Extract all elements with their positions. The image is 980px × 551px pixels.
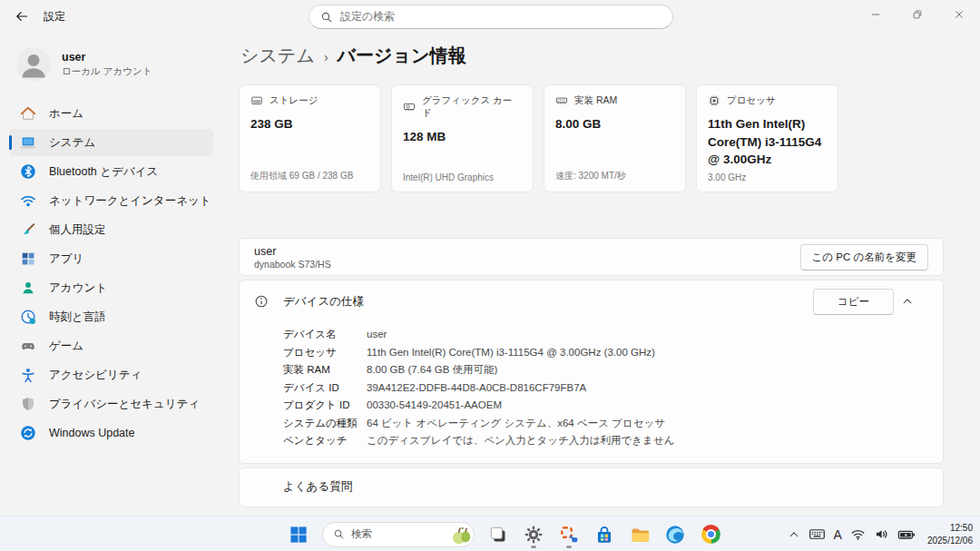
card-label: 実装 RAM [574, 94, 617, 107]
sidebar: user ローカル アカウント ホームシステムBluetooth とデバイスネッ… [0, 33, 222, 516]
spec-label: システムの種類 [283, 415, 367, 433]
account-type: ローカル アカウント [62, 65, 152, 78]
sidebar-item-personalization[interactable]: 個人用設定 [9, 216, 213, 243]
restore-button[interactable] [897, 0, 938, 29]
spec-value: 64 ビット オペレーティング システム、x64 ベース プロセッサ [367, 415, 665, 433]
spec-row: プロダクト ID00330-54149-20451-AAOEM [283, 397, 928, 415]
taskbar-edge-button[interactable] [660, 520, 691, 549]
windows-update-icon [20, 425, 36, 441]
sidebar-item-time-language[interactable]: 時刻と言語 [9, 303, 213, 330]
settings-search-input[interactable]: 設定の検索 [309, 5, 673, 29]
sidebar-item-system[interactable]: システム [9, 129, 213, 156]
sidebar-item-home[interactable]: ホーム [9, 100, 213, 127]
sidebar-item-label: Windows Update [49, 427, 135, 439]
taskbar-dev-tool-button[interactable] [554, 520, 584, 549]
sidebar-item-apps[interactable]: アプリ [9, 245, 213, 272]
card-label: グラフィックス カード [422, 94, 522, 120]
spec-row: 実装 RAM8.00 GB (7.64 GB 使用可能) [283, 361, 928, 379]
windows-start-icon [289, 525, 309, 545]
spec-row: デバイス名user [283, 326, 928, 344]
card-footer: 3.00 GHz [708, 172, 827, 182]
file-explorer-icon [630, 525, 650, 545]
running-indicator [531, 546, 536, 548]
network-icon [20, 192, 36, 209]
sidebar-item-windows-update[interactable]: Windows Update [9, 419, 213, 447]
device-spec-title: デバイスの仕様 [283, 294, 364, 310]
sidebar-item-label: ゲーム [49, 339, 83, 354]
card-value: 8.00 GB [555, 115, 674, 133]
device-spec-header[interactable]: デバイスの仕様 コピー [240, 280, 943, 322]
spec-value: 39A412E2-DDFB-44D8-A0CB-D816CF79FB7A [367, 379, 586, 398]
device-name: user [254, 245, 331, 258]
taskbar-task-view-button[interactable] [483, 520, 514, 549]
minimize-button[interactable] [855, 0, 897, 29]
sidebar-item-bluetooth[interactable]: Bluetooth とデバイス [9, 158, 213, 185]
taskbar-file-explorer-button[interactable] [624, 520, 655, 549]
copy-button[interactable]: コピー [813, 289, 894, 315]
spec-label: プロセッサ [283, 344, 367, 362]
sidebar-item-accessibility[interactable]: アクセシビリティ [9, 361, 213, 389]
spec-label: 実装 RAM [283, 361, 367, 379]
summary-card-storage: ストレージ238 GB使用領域 69 GB / 238 GB [239, 84, 381, 192]
taskbar-search-input[interactable]: 検索 [322, 522, 475, 547]
spec-row: システムの種類64 ビット オペレーティング システム、x64 ベース プロセッ… [283, 415, 928, 433]
bluetooth-icon [20, 163, 36, 180]
time-language-icon [20, 309, 36, 325]
taskbar-microsoft-store-button[interactable] [589, 520, 620, 549]
sidebar-item-label: アプリ [49, 251, 83, 267]
taskbar-clock[interactable]: 12:50 2025/12/06 [927, 522, 973, 546]
main-content: システム › バージョン情報 ストレージ238 GB使用領域 69 GB / 2… [222, 33, 980, 516]
spec-row: デバイス ID39A412E2-DDFB-44D8-A0CB-D816CF79F… [283, 379, 928, 398]
spec-row: ペンとタッチこのディスプレイでは、ペン入力とタッチ入力は利用できません [283, 432, 928, 450]
home-icon [20, 105, 36, 122]
breadcrumb-parent[interactable]: システム [240, 44, 315, 68]
sidebar-item-label: ネットワークとインターネット [49, 193, 211, 209]
back-button[interactable] [7, 4, 36, 29]
titlebar: 設定 設定の検索 [0, 0, 980, 33]
card-value: 238 GB [250, 115, 369, 133]
spec-label: プロダクト ID [283, 397, 367, 415]
search-highlight-image[interactable] [450, 524, 471, 545]
close-button[interactable] [938, 0, 980, 29]
window-controls [855, 0, 980, 33]
breadcrumb-separator-icon: › [324, 50, 328, 64]
dev-tool-icon [559, 525, 579, 545]
start-button[interactable] [283, 520, 314, 549]
sidebar-item-network[interactable]: ネットワークとインターネット [9, 187, 213, 214]
search-icon [333, 528, 345, 540]
card-value: 11th Gen Intel(R) Core(TM) i3-1115G4 @ 3… [708, 115, 827, 169]
sidebar-nav: ホームシステムBluetooth とデバイスネットワークとインターネット個人用設… [0, 100, 222, 447]
ram-icon [555, 94, 568, 107]
card-footer: 速度: 3200 MT/秒 [555, 170, 674, 182]
sidebar-item-privacy[interactable]: プライバシーとセキュリティ [9, 390, 213, 418]
faq-title: よくある質問 [283, 479, 352, 495]
settings-gear-icon [524, 525, 544, 545]
volume-icon[interactable] [874, 526, 889, 542]
summary-card-processor: プロセッサ11th Gen Intel(R) Core(TM) i3-1115G… [696, 84, 838, 192]
sidebar-item-accounts[interactable]: アカウント [9, 274, 213, 301]
spec-value: このディスプレイでは、ペン入力とタッチ入力は利用できません [367, 432, 674, 450]
restore-icon [911, 8, 924, 21]
battery-icon[interactable] [897, 526, 916, 544]
taskbar-settings-gear-button[interactable] [518, 520, 549, 549]
tray-chevron-up-icon[interactable] [788, 528, 800, 541]
account-block[interactable]: user ローカル アカウント [0, 38, 222, 85]
faq-panel[interactable]: よくある質問 [239, 467, 944, 507]
edge-icon [665, 525, 685, 545]
device-spec-panel: デバイスの仕様 コピー デバイス名userプロセッサ11th Gen Intel… [239, 280, 944, 464]
sidebar-item-label: 個人用設定 [49, 222, 106, 238]
rename-pc-button[interactable]: この PC の名前を変更 [800, 244, 928, 271]
card-footer: 使用領域 69 GB / 238 GB [250, 170, 369, 182]
taskbar-chrome-button[interactable] [695, 520, 726, 549]
card-footer: Intel(R) UHD Graphics [403, 172, 522, 182]
touch-keyboard-icon[interactable] [808, 526, 826, 543]
sidebar-item-gaming[interactable]: ゲーム [9, 332, 213, 359]
wifi-icon[interactable] [850, 526, 866, 542]
spec-row: プロセッサ11th Gen Intel(R) Core(TM) i3-1115G… [283, 344, 928, 362]
selected-indicator [9, 135, 12, 150]
chevron-up-icon[interactable] [901, 295, 928, 308]
taskbar: 検索 A 12:50 2025/12/06 [0, 516, 980, 551]
card-value: 128 MB [403, 128, 522, 146]
ime-mode-indicator[interactable]: A [834, 527, 842, 542]
spec-label: ペンとタッチ [283, 432, 367, 450]
